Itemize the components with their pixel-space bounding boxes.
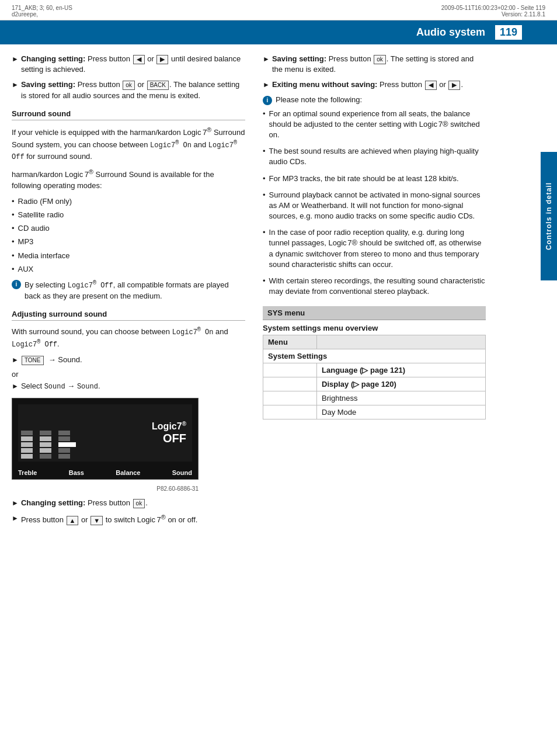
- logic7-on-inline: Logic7® On: [150, 141, 192, 150]
- table-row: Display (▷ page 120): [263, 377, 486, 391]
- table-row: Language (▷ page 121): [263, 363, 486, 377]
- sys-table: Menu System Settings Language (▷ page 12…: [263, 335, 486, 419]
- bar-seg: [21, 454, 33, 459]
- arrow-icon-4: ►: [12, 514, 19, 526]
- table-header-row: Menu: [263, 335, 486, 349]
- please-note-text: Please note the following:: [276, 95, 362, 104]
- bar-seg: [58, 448, 70, 453]
- table-cell-empty3: [263, 391, 317, 405]
- bullet-aux: • AUX: [12, 264, 245, 275]
- logic7-off-inline: Logic7® Off: [12, 141, 237, 161]
- arrow-icon-select: ►: [12, 382, 19, 392]
- sys-menu-section: SYS menu System settings menu overview M…: [263, 306, 486, 419]
- bar-seg: [40, 431, 51, 435]
- sys-settings-row: System Settings: [263, 349, 486, 363]
- header-right: 2009-05-11T16:00:23+02:00 - Seite 119 Ve…: [441, 5, 545, 18]
- btn-right-r[interactable]: ▶: [448, 81, 460, 90]
- bullet-dot-3: •: [12, 223, 15, 234]
- title-bar: Audio system 119: [0, 20, 557, 44]
- left-column: ► Changing setting: Press button ◀ or ▶ …: [12, 54, 257, 530]
- btn-left-r[interactable]: ◀: [425, 81, 437, 90]
- note-bullet-3: •: [263, 174, 266, 184]
- balance-bars: [58, 431, 76, 459]
- or-label: or: [12, 370, 245, 379]
- bullet-list: • Radio (FM only) • Satellite radio • CD…: [12, 196, 245, 275]
- bullet-media: • Media interface: [12, 251, 245, 261]
- adj-surround-para: With surround sound, you can choose betw…: [12, 325, 245, 350]
- changing-setting-1: ► Changing setting: Press button ◀ or ▶ …: [12, 54, 245, 75]
- surround-para2: harman/kardon Logic 7® Surround Sound is…: [12, 167, 245, 192]
- table-cell-empty: [263, 363, 317, 377]
- saving-setting-right: ► Saving setting: Press button ok. The s…: [263, 54, 486, 75]
- exiting-menu-text: Exiting menu without saving: Press butto…: [272, 79, 463, 90]
- note-bullet-4: •: [263, 190, 266, 222]
- bar-seg: [58, 436, 70, 441]
- table-cell-brightness: Brightness: [317, 391, 486, 405]
- header-left-bottom: d2ureepe,: [12, 11, 72, 18]
- bar-seg: [58, 442, 76, 447]
- treble-bars: [21, 431, 33, 459]
- btn-left-1[interactable]: ◀: [133, 55, 145, 64]
- tone-arrow: ► TONE → Sound.: [12, 355, 245, 365]
- btn-tone[interactable]: TONE: [22, 356, 44, 365]
- sys-menu-subtitle: System settings menu overview: [263, 324, 486, 332]
- press-switch-text: Press button ▲ or ▼ to switch Logic 7® o…: [21, 513, 198, 526]
- table-header-empty: [317, 335, 486, 349]
- btn-up[interactable]: ▲: [67, 516, 79, 525]
- table-row: Day Mode: [263, 405, 486, 419]
- btn-back-1[interactable]: BACK: [147, 81, 169, 90]
- bar-seg: [21, 448, 33, 453]
- device-image: Logic7® OFF: [12, 398, 199, 480]
- bullet-radio: • Radio (FM only): [12, 196, 245, 207]
- please-note-header: i Please note the following:: [263, 95, 486, 105]
- table-header-menu: Menu: [263, 335, 317, 349]
- changing-setting-2: ► Changing setting: Press button ok.: [12, 498, 245, 508]
- tone-arrow-text: TONE → Sound.: [21, 355, 82, 365]
- table-row: System Settings: [263, 349, 486, 363]
- main-content: ► Changing setting: Press button ◀ or ▶ …: [0, 44, 557, 540]
- bar-seg: [40, 454, 51, 459]
- header-right-top: 2009-05-11T16:00:23+02:00 - Seite 119: [441, 5, 545, 11]
- arrow-icon-2: ►: [12, 80, 19, 100]
- bullet-dot-2: •: [12, 210, 15, 220]
- table-cell-daymode: Day Mode: [317, 405, 486, 419]
- bullet-mp3: • MP3: [12, 237, 245, 247]
- bar-seg: [58, 454, 70, 459]
- bar-seg: [21, 431, 33, 435]
- btn-down[interactable]: ▼: [90, 516, 103, 525]
- btn-ok-r[interactable]: ok: [374, 55, 386, 64]
- device-bars: [21, 407, 76, 459]
- info-box-text: By selecting Logic7® Off, all compatible…: [25, 279, 245, 301]
- note-4: • Surround playback cannot be activated …: [263, 190, 486, 222]
- title-text: Audio system: [416, 26, 485, 38]
- saving-setting-1: ► Saving setting: Press button ok or BAC…: [12, 79, 245, 100]
- bullet-dot-4: •: [12, 237, 15, 247]
- arrow-icon-3: ►: [12, 498, 19, 508]
- page-number: 119: [495, 25, 522, 40]
- note-bullet-1: •: [263, 109, 266, 141]
- arrow-icon-tone: ►: [12, 355, 19, 365]
- note-2: • The best sound results are achieved wh…: [263, 146, 486, 167]
- bullet-dot-5: •: [12, 251, 15, 261]
- info-icon-2: i: [263, 96, 272, 105]
- note-1: • For an optimal sound experience from a…: [263, 109, 486, 141]
- header-left: 171_AKB; 3; 60, en-US d2ureepe,: [12, 5, 72, 18]
- table-cell-empty4: [263, 405, 317, 419]
- btn-right-1[interactable]: ▶: [156, 55, 168, 64]
- bar-seg: [40, 442, 51, 447]
- btn-ok-1[interactable]: ok: [123, 81, 135, 90]
- note-6: • With certain stereo recordings, the re…: [263, 276, 486, 297]
- header-right-bottom: Version: 2.11.8.1: [441, 11, 545, 18]
- arrow-icon-r1: ►: [263, 54, 270, 75]
- note-5: • In the case of poor radio reception qu…: [263, 227, 486, 270]
- btn-ok-2[interactable]: ok: [133, 499, 145, 508]
- changing-setting-1-text: Changing setting: Press button ◀ or ▶ un…: [21, 54, 245, 75]
- doc-header: 171_AKB; 3; 60, en-US d2ureepe, 2009-05-…: [0, 0, 557, 20]
- info-box-logic7: i By selecting Logic7® Off, all compatib…: [12, 279, 245, 301]
- right-column: ► Saving setting: Press button ok. The s…: [257, 54, 502, 530]
- saving-setting-right-text: Saving setting: Press button ok. The set…: [272, 54, 486, 75]
- sys-menu-title: SYS menu: [263, 306, 486, 320]
- bar-seg: [40, 448, 51, 453]
- bar-seg: [40, 436, 51, 441]
- sidebar-tab: Controls in detail: [541, 152, 557, 280]
